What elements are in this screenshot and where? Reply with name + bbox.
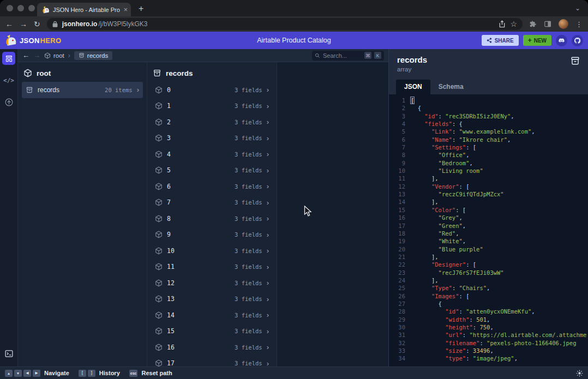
close-window-button[interactable]	[7, 5, 13, 11]
list-item[interactable]: 133 fields›	[151, 291, 273, 308]
tab-json[interactable]: JSON	[396, 80, 430, 94]
list-item[interactable]: 03 fields›	[151, 82, 273, 98]
list-item[interactable]: 33 fields›	[151, 130, 273, 147]
cube-icon	[155, 118, 163, 126]
breadcrumb-current[interactable]: records	[74, 51, 112, 60]
new-button[interactable]: + NEW	[523, 35, 551, 46]
profile-avatar[interactable]	[559, 19, 568, 29]
list-item[interactable]: 93 fields›	[151, 227, 273, 243]
jsonhero-logo[interactable]: JSONHERO	[5, 34, 61, 46]
list-item[interactable]: 53 fields›	[151, 163, 273, 179]
list-item[interactable]: 13 fields›	[151, 98, 273, 115]
status-bar: ▲ ▼ ◀ ▶ Navigate [ ] History esc Reset p…	[0, 366, 588, 379]
side-panel-icon[interactable]	[544, 20, 551, 28]
path-back-icon[interactable]: ←	[22, 52, 29, 59]
list-item[interactable]: 153 fields›	[151, 323, 273, 340]
arrow-left-key-icon: ◀	[23, 370, 31, 377]
reload-icon[interactable]: ↻	[34, 20, 40, 28]
lock-icon	[52, 21, 58, 27]
list-item[interactable]: 143 fields›	[151, 307, 273, 323]
item-meta: 3 fields	[235, 248, 262, 254]
logo-text-hero: HERO	[40, 37, 62, 45]
item-label: 3	[167, 134, 171, 142]
forward-icon[interactable]: →	[20, 20, 27, 28]
share-button[interactable]: SHARE	[482, 35, 519, 46]
sidebar-column-view-button[interactable]	[2, 52, 15, 65]
code-line: 23 "recJ76rS7fEJi03wW"	[389, 269, 588, 276]
reset-path-label: Reset path	[141, 370, 172, 376]
records-column-header: records	[151, 65, 273, 82]
macos-traffic-lights[interactable]	[7, 5, 35, 11]
list-item[interactable]: 63 fields›	[151, 178, 273, 195]
share-page-icon[interactable]	[499, 20, 506, 28]
list-item[interactable]: 173 fields›	[151, 356, 273, 367]
tab-search-chevron-icon[interactable]: ⌄	[575, 4, 580, 12]
item-label: 0	[167, 86, 171, 94]
list-item[interactable]: 73 fields›	[151, 195, 273, 211]
sun-icon	[576, 370, 583, 377]
cube-icon	[155, 247, 163, 255]
tab-close-icon[interactable]: ×	[123, 6, 128, 13]
code-line: 6 "Name": "Ikrore chair",	[389, 136, 588, 143]
back-icon[interactable]: ←	[5, 20, 13, 28]
new-tab-button[interactable]: +	[139, 4, 143, 14]
breadcrumb-root[interactable]: root	[44, 52, 64, 59]
item-meta: 3 fields	[235, 280, 262, 286]
code-line: 34 "type": "image/jpeg",	[389, 354, 588, 362]
chevron-right-icon: ›	[267, 199, 269, 206]
terminal-button[interactable]	[2, 347, 15, 360]
code-line: 4 "fields": {	[389, 120, 588, 128]
list-item-records[interactable]: records 20 items ›	[22, 82, 143, 98]
browser-menu-icon[interactable]: ⋮	[575, 20, 583, 28]
item-label: 14	[167, 311, 175, 319]
logo-text-json: JSON	[20, 37, 40, 45]
search-icon	[315, 53, 320, 58]
chevron-right-icon: ›	[137, 86, 139, 93]
esc-key: esc	[129, 370, 138, 377]
github-button[interactable]	[572, 35, 583, 46]
path-forward-icon[interactable]: →	[33, 52, 40, 59]
left-sidebar: </>	[0, 49, 18, 366]
mouse-cursor	[304, 206, 312, 217]
browser-tab[interactable]: JSON Hero - Airtable Product C ×	[37, 3, 131, 16]
code-line: 28 "id": "atten0ycxONEmeKfu",	[389, 308, 588, 315]
discord-icon	[558, 37, 565, 44]
json-code[interactable]: 1[2 {3 "id": "rec3SDRbI5izJ0ENy",4 "fiel…	[389, 94, 588, 366]
list-item[interactable]: 23 fields›	[151, 114, 273, 130]
cube-icon	[155, 231, 163, 238]
list-item[interactable]: 103 fields›	[151, 243, 273, 259]
detail-panel: records array JSON Schema 1[2 {3 "id": "…	[388, 49, 588, 366]
list-item[interactable]: 83 fields›	[151, 210, 273, 227]
code-line: 3 "id": "rec3SDRbI5izJ0ENy",	[389, 112, 588, 120]
code-line: 29 "width": 501,	[389, 316, 588, 323]
list-item[interactable]: 123 fields›	[151, 275, 273, 291]
kbd-k: K	[374, 52, 381, 59]
item-label: 8	[167, 215, 171, 222]
browser-tabstrip: JSON Hero - Airtable Product C × + ⌄	[0, 0, 588, 16]
list-item[interactable]: 113 fields›	[151, 259, 273, 275]
sidebar-tree-view-button[interactable]	[2, 95, 15, 109]
cube-icon	[155, 327, 163, 335]
cube-icon	[155, 134, 163, 142]
theme-toggle-button[interactable]	[576, 370, 583, 377]
address-bar[interactable]: jsonhero.io /j/bW3Pl5lykGK3 ☆	[47, 18, 523, 30]
search-input[interactable]: Search... ⌘ K	[312, 51, 384, 61]
cube-icon	[155, 198, 163, 206]
item-label: 12	[167, 279, 175, 287]
minimize-window-button[interactable]	[17, 5, 24, 11]
chevron-right-icon: ›	[267, 103, 269, 110]
bookmark-star-icon[interactable]: ☆	[510, 20, 517, 28]
item-meta: 3 fields	[235, 296, 262, 302]
jsonhero-logo-icon	[5, 34, 17, 46]
cube-icon	[155, 86, 163, 94]
list-item[interactable]: 163 fields›	[151, 339, 273, 356]
list-item[interactable]: 43 fields›	[151, 146, 273, 163]
zoom-window-button[interactable]	[28, 5, 35, 11]
item-meta: 3 fields	[235, 199, 262, 206]
discord-button[interactable]	[556, 35, 567, 46]
extensions-puzzle-icon[interactable]	[529, 20, 537, 28]
sidebar-editor-view-button[interactable]: </>	[2, 74, 15, 87]
item-label: 5	[167, 166, 171, 174]
tab-schema[interactable]: Schema	[430, 80, 472, 94]
item-label: 11	[167, 263, 175, 270]
